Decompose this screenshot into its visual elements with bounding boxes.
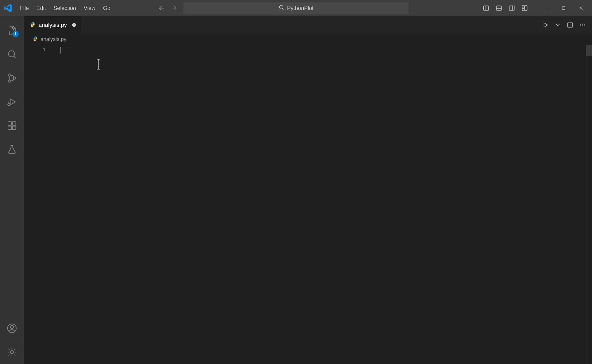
svg-point-30 — [36, 40, 36, 40]
mouse-ibeam-cursor-icon — [98, 59, 99, 70]
menu-file[interactable]: File — [16, 0, 33, 16]
svg-point-11 — [8, 51, 14, 57]
vscode-app-icon — [0, 4, 16, 13]
svg-point-1 — [119, 8, 119, 8]
window-controls — [537, 0, 590, 16]
customize-layout-icon[interactable] — [520, 3, 530, 13]
line-number: 1 — [24, 46, 57, 54]
code-area[interactable] — [57, 45, 592, 364]
activity-run-and-debug[interactable] — [0, 90, 24, 114]
python-file-icon — [30, 22, 35, 28]
svg-rect-7 — [522, 6, 524, 8]
python-file-icon — [33, 36, 38, 42]
scrollbar-slider[interactable] — [586, 45, 592, 56]
svg-point-15 — [8, 103, 10, 105]
activity-extensions[interactable] — [0, 114, 24, 138]
svg-point-0 — [118, 8, 118, 8]
command-center-search[interactable]: PythonPlot — [183, 2, 409, 14]
svg-point-23 — [32, 22, 32, 23]
svg-point-12 — [8, 74, 10, 76]
menu-view[interactable]: View — [80, 0, 99, 16]
svg-rect-8 — [522, 8, 524, 11]
svg-rect-16 — [8, 122, 12, 125]
activity-bar: 1 — [0, 16, 24, 364]
toggle-secondary-sidebar-icon[interactable] — [507, 3, 517, 13]
window-maximize[interactable] — [555, 0, 572, 16]
editor-group: analysis.py — [24, 16, 592, 364]
menu-edit[interactable]: Edit — [33, 0, 50, 16]
menu-overflow[interactable] — [114, 0, 124, 16]
command-center-text: PythonPlot — [287, 5, 313, 11]
toggle-primary-sidebar-icon[interactable] — [481, 3, 491, 13]
svg-point-29 — [34, 37, 35, 37]
nav-forward[interactable] — [169, 3, 179, 13]
svg-point-13 — [8, 80, 10, 82]
svg-rect-9 — [525, 6, 527, 11]
tab-analysis-py[interactable]: analysis.py — [24, 16, 81, 34]
svg-point-3 — [280, 5, 283, 9]
tab-filename: analysis.py — [39, 22, 67, 28]
svg-rect-5 — [496, 6, 501, 11]
activity-accounts[interactable] — [0, 316, 24, 340]
activity-source-control[interactable] — [0, 66, 24, 90]
svg-point-2 — [119, 8, 120, 8]
svg-point-14 — [13, 77, 15, 79]
svg-point-24 — [33, 26, 33, 26]
menu-go[interactable]: Go — [99, 0, 114, 16]
svg-rect-6 — [509, 6, 514, 11]
menu-selection[interactable]: Selection — [50, 0, 80, 16]
svg-point-27 — [582, 25, 583, 26]
run-python-file-button[interactable] — [540, 19, 551, 31]
line-number-gutter: 1 — [24, 45, 57, 364]
breadcrumb-filename: analysis.py — [40, 36, 66, 42]
activity-explorer[interactable]: 1 — [0, 19, 24, 42]
title-bar: File Edit Selection View Go PythonPlot — [0, 0, 592, 16]
svg-point-26 — [580, 25, 581, 26]
title-right-group — [481, 0, 592, 16]
svg-point-22 — [11, 351, 13, 354]
text-caret — [60, 47, 61, 53]
nav-arrows — [157, 3, 179, 13]
svg-point-21 — [11, 325, 13, 329]
svg-rect-19 — [12, 122, 16, 125]
breadcrumb[interactable]: analysis.py — [24, 34, 592, 45]
current-line-highlight — [57, 46, 592, 54]
activity-settings[interactable] — [0, 340, 24, 364]
toggle-panel-icon[interactable] — [494, 3, 504, 13]
activity-testing[interactable] — [0, 138, 24, 161]
svg-rect-17 — [8, 126, 12, 130]
svg-rect-10 — [562, 7, 565, 10]
split-editor-button[interactable] — [564, 19, 576, 31]
tab-dirty-indicator-icon[interactable] — [72, 23, 76, 27]
window-close[interactable] — [572, 0, 590, 16]
window-minimize[interactable] — [537, 0, 555, 16]
overview-ruler[interactable] — [586, 45, 592, 364]
editor[interactable]: 1 — [24, 45, 592, 364]
editor-tabs: analysis.py — [24, 16, 592, 34]
svg-point-28 — [584, 25, 585, 26]
svg-rect-18 — [12, 126, 16, 130]
menu-bar: File Edit Selection View Go — [16, 0, 124, 16]
nav-back[interactable] — [157, 3, 166, 13]
activity-search[interactable] — [0, 42, 24, 66]
editor-actions — [540, 16, 592, 34]
search-icon — [278, 4, 285, 12]
editor-more-actions[interactable] — [577, 19, 588, 31]
explorer-badge: 1 — [12, 31, 19, 37]
svg-rect-4 — [484, 6, 489, 11]
run-dropdown-button[interactable] — [552, 19, 563, 31]
